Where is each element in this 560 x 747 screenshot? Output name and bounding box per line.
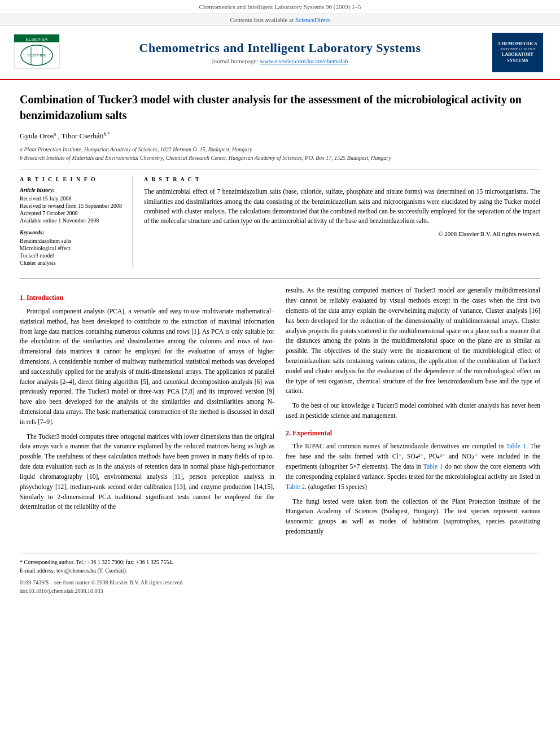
badge-line4: SYSTEMS	[507, 58, 528, 64]
article-info-section: A R T I C L E I N F O Article history: R…	[20, 176, 133, 267]
revised-date: Received in revised form 15 September 20…	[20, 203, 124, 209]
table1-ref[interactable]: Table 1	[506, 443, 527, 449]
intro-para2: The Tucker3 model computes three ortogon…	[20, 432, 274, 513]
left-column: 1. Introduction Principal component anal…	[20, 286, 274, 541]
svg-text:ELSEVIER: ELSEVIER	[25, 37, 47, 42]
email-label: E-mail address:	[20, 567, 55, 574]
divider-2	[20, 278, 540, 279]
journal-homepage: journal homepage: www.elsevier.com/locat…	[68, 58, 492, 64]
badge-line3: LABORATORY	[502, 52, 533, 58]
received-date: Received 15 July 2008	[20, 195, 124, 202]
elsevier-logo: ELSEVIER ELSEVIER	[11, 32, 62, 71]
email-note: E-mail address: tevi@chemres.hu (T. Cser…	[20, 566, 540, 575]
history-label: Article history:	[20, 187, 124, 193]
journal-name: Chemometrics and Intelligent Laboratory …	[68, 41, 492, 55]
keyword-1: Benzimidazolium salts	[20, 238, 124, 244]
abstract-heading: A B S T R A C T	[144, 176, 540, 182]
chemometrics-badge-container: CHEMOMETRICS AND INTELLIGENT LABORATORY …	[492, 33, 549, 72]
authors-line: Gyula Orosa , Tibor Cserhátib,*	[20, 131, 540, 141]
contents-bar: Contents lists available at ScienceDirec…	[0, 14, 560, 26]
email-value: tevi@chemres.hu (T. Cserháti).	[56, 567, 127, 574]
affil-b: b,*	[104, 131, 110, 137]
abstract-text: The antimicrobial effect of 7 benzimidaz…	[144, 187, 540, 226]
svg-text:ELSEVIER: ELSEVIER	[27, 53, 46, 58]
intro-para1: Principal component analysis (PCA), a ve…	[20, 307, 274, 427]
affiliations: a Plant Protection Institute, Hungarian …	[20, 145, 540, 162]
online-date: Available online 1 November 2008	[20, 217, 124, 224]
article-title: Combination of Tucker3 model with cluste…	[20, 91, 540, 123]
keywords-label: Keywords:	[20, 229, 124, 235]
body-columns: 1. Introduction Principal component anal…	[20, 286, 540, 541]
doi-text: doi:10.1016/j.chemolab.2008.10.003	[20, 587, 540, 595]
journal-header: ELSEVIER ELSEVIER Chemometrics and Intel…	[0, 26, 560, 80]
copyright: © 2008 Elsevier B.V. All rights reserved…	[144, 230, 540, 237]
volume-text: Chemometrics and Intelligent Laboratory …	[199, 3, 361, 10]
article-meta: A R T I C L E I N F O Article history: R…	[20, 176, 540, 267]
right-para3: The IUPAC and common names of benzimidaz…	[286, 442, 540, 492]
table1-ref2[interactable]: Table 1	[423, 463, 443, 470]
article-info-heading: A R T I C L E I N F O	[20, 176, 124, 182]
page: Chemometrics and Intelligent Laboratory …	[0, 0, 560, 747]
table2-ref[interactable]: Table 2	[286, 483, 305, 490]
elsevier-logo-container: ELSEVIER ELSEVIER	[11, 32, 68, 73]
affiliation-b: b Research Institute of Materials and En…	[20, 154, 540, 162]
journal-volume-info: Chemometrics and Intelligent Laboratory …	[0, 0, 560, 14]
issn-text: 0169-7439/$ – see front matter © 2008 El…	[20, 578, 540, 587]
contents-text: Contents lists available at	[230, 16, 294, 23]
badge-line1: CHEMOMETRICS	[498, 41, 537, 47]
keyword-4: Cluster analysis	[20, 260, 124, 266]
affil-a: a	[54, 131, 56, 137]
right-para4: The fungi tested were taken from the col…	[286, 497, 540, 537]
author-separator: , Tibor Cserháti	[58, 132, 104, 140]
main-content: Combination of Tucker3 model with cluste…	[0, 80, 560, 606]
issn-line: 0169-7439/$ – see front matter © 2008 El…	[20, 578, 540, 595]
footer-notes: * Corresponding author. Tel.: +36 1 325 …	[20, 553, 540, 595]
right-column: results. As the resulting computed matri…	[286, 286, 540, 541]
homepage-url[interactable]: www.elsevier.com/locate/chemolab	[260, 58, 348, 64]
chemometrics-badge: CHEMOMETRICS AND INTELLIGENT LABORATORY …	[492, 33, 543, 72]
right-para1: results. As the resulting computed matri…	[286, 286, 540, 396]
badge-line2: AND INTELLIGENT	[500, 47, 535, 52]
corresponding-note: * Corresponding author. Tel.: +36 1 325 …	[20, 558, 540, 566]
homepage-label: journal homepage:	[212, 58, 258, 64]
abstract-section: A B S T R A C T The antimicrobial effect…	[144, 176, 540, 267]
author-oros: Gyula Oros	[20, 132, 54, 140]
journal-name-container: Chemometrics and Intelligent Laboratory …	[68, 41, 492, 64]
intro-heading: 1. Introduction	[20, 292, 274, 303]
accepted-date: Accepted 7 October 2008	[20, 210, 124, 216]
experimental-heading: 2. Experimental	[286, 428, 540, 439]
keyword-2: Microbiological effect	[20, 245, 124, 251]
affiliation-a: a Plant Protection Institute, Hungarian …	[20, 145, 540, 154]
keyword-3: Tucker3 model	[20, 252, 124, 259]
sciencedirect-link[interactable]: ScienceDirect	[295, 16, 330, 23]
divider-1	[20, 169, 540, 169]
right-para2: To the best of our knowledge a Tucker3 m…	[286, 401, 540, 421]
